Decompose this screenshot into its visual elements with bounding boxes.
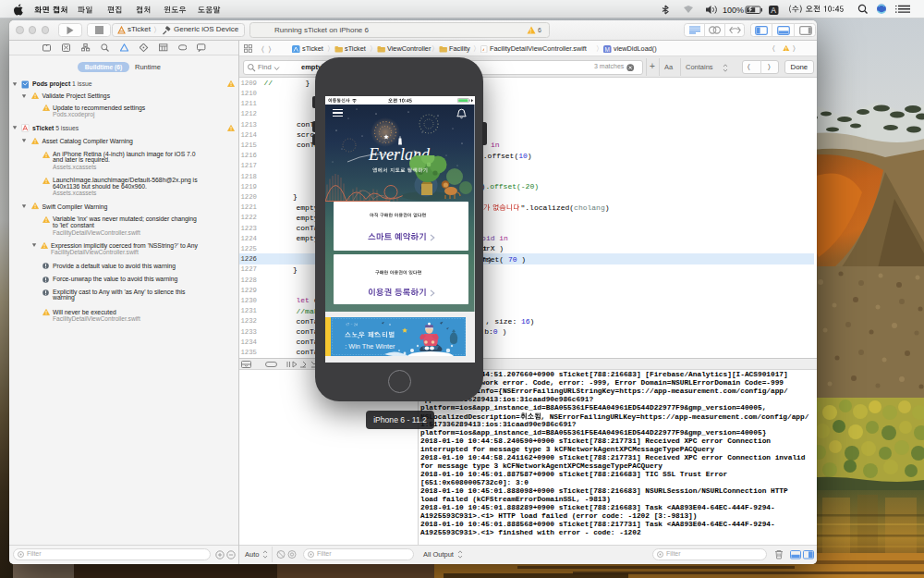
svg-text:100%: 100% <box>723 6 744 15</box>
svg-text:!: ! <box>529 27 531 33</box>
svg-text:M: M <box>604 45 609 52</box>
svg-text:A: A <box>771 6 776 15</box>
